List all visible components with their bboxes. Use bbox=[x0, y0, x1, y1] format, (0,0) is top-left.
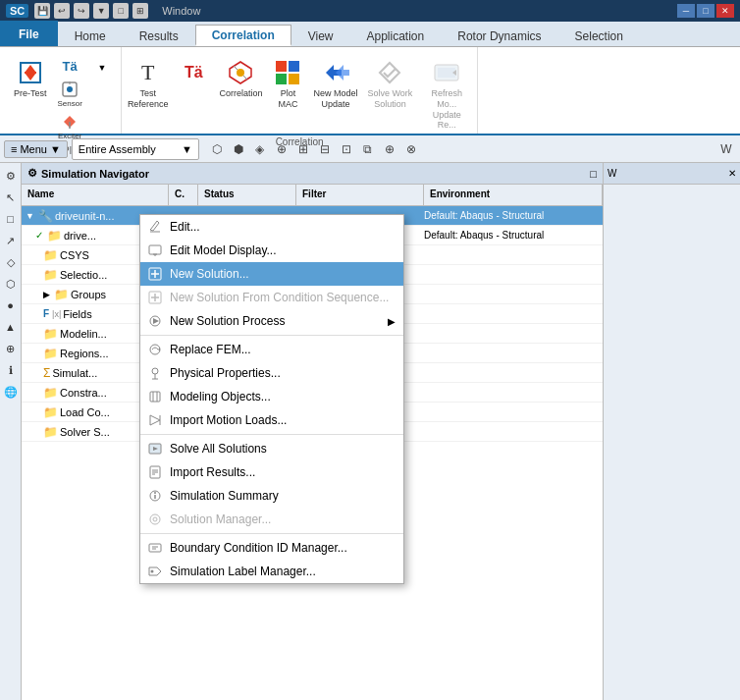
solve-work-solution-button[interactable]: Solve WorkSolution bbox=[363, 55, 416, 112]
col-environment: Environment bbox=[424, 185, 603, 205]
svg-point-54 bbox=[150, 514, 160, 524]
ctx-sim-label-manager-label: Simulation Label Manager... bbox=[170, 565, 396, 578]
minimize-button[interactable]: ─ bbox=[677, 4, 695, 18]
title-bar: SC 💾 ↩ ↪ ▼ □ ⊞ Window ─ □ ✕ bbox=[0, 0, 740, 22]
ctx-edit-model-display[interactable]: Edit Model Display... bbox=[140, 239, 403, 262]
ctx-edit[interactable]: Edit... bbox=[140, 215, 403, 239]
ctx-import-motion[interactable]: Import Motion Loads... bbox=[140, 408, 403, 432]
filter9-icon[interactable]: ⊕ bbox=[380, 139, 399, 159]
sidebar-solid-icon[interactable]: ● bbox=[2, 296, 20, 314]
sensor-button[interactable]: Sensor bbox=[55, 79, 85, 109]
pre-test-button[interactable]: Pre-Test bbox=[10, 55, 51, 101]
pre-test-label: Pre-Test bbox=[14, 88, 47, 99]
tab-results[interactable]: Results bbox=[123, 25, 195, 46]
expand-icon[interactable]: W bbox=[716, 139, 736, 159]
menu-button[interactable]: ≡ Menu ▼ bbox=[4, 140, 68, 158]
ta-button[interactable]: Tä bbox=[55, 55, 85, 77]
tab-rotor-dynamics[interactable]: Rotor Dynamics bbox=[441, 25, 557, 46]
menu-label: Menu bbox=[20, 143, 47, 155]
ta-correlation-button[interactable]: Tä bbox=[174, 55, 213, 90]
nav-columns: Name C. Status Filter Environment bbox=[22, 185, 603, 206]
sidebar-settings-icon[interactable]: ⚙ bbox=[2, 167, 20, 185]
ctx-modeling-objects[interactable]: Modeling Objects... bbox=[140, 385, 403, 408]
filter6-icon[interactable]: ⊟ bbox=[315, 139, 335, 159]
svg-point-55 bbox=[153, 517, 157, 521]
new-model-update-label: New ModelUpdate bbox=[313, 88, 357, 110]
customize-icon[interactable]: ▼ bbox=[93, 3, 109, 19]
ctx-new-solution-process-label: New Solution Process bbox=[170, 314, 382, 328]
svg-rect-15 bbox=[289, 74, 299, 84]
sidebar-select-icon[interactable]: □ bbox=[2, 210, 20, 228]
filter8-icon[interactable]: ⧉ bbox=[358, 139, 378, 159]
sidebar-cursor-icon[interactable]: ↖ bbox=[2, 188, 20, 206]
filter4-icon[interactable]: ⊕ bbox=[272, 139, 291, 159]
tab-selection[interactable]: Selection bbox=[558, 25, 640, 46]
svg-marker-36 bbox=[158, 348, 160, 351]
solution-manager-icon bbox=[146, 511, 164, 528]
col-c: C. bbox=[169, 185, 198, 205]
more1-button[interactable]: ▼ bbox=[89, 57, 115, 79]
filter1-icon[interactable]: ⬡ bbox=[207, 139, 227, 159]
ctx-sim-summary[interactable]: Simulation Summary bbox=[140, 484, 403, 508]
ctx-new-solution[interactable]: New Solution... bbox=[140, 262, 403, 286]
tab-home[interactable]: Home bbox=[58, 25, 123, 46]
title-bar-icons: 💾 ↩ ↪ ▼ □ ⊞ bbox=[34, 3, 148, 19]
menu-arrow-icon: ▼ bbox=[50, 143, 61, 155]
redo-icon[interactable]: ↪ bbox=[74, 3, 89, 19]
filter5-icon[interactable]: ⊞ bbox=[293, 139, 313, 159]
sidebar-mesh-icon[interactable]: ⬡ bbox=[2, 275, 20, 293]
ctx-solve-all-label: Solve All Solutions bbox=[170, 442, 396, 456]
new-model-update-button[interactable]: New ModelUpdate bbox=[309, 55, 361, 112]
layout-icon[interactable]: □ bbox=[113, 3, 129, 19]
sidebar-shape-icon[interactable]: ◇ bbox=[2, 253, 20, 271]
tab-file[interactable]: File bbox=[0, 21, 58, 46]
ctx-edit-model-label: Edit Model Display... bbox=[170, 243, 396, 257]
undo-icon[interactable]: ↩ bbox=[54, 3, 70, 19]
import-motion-icon bbox=[146, 411, 164, 429]
window-icon[interactable]: ⊞ bbox=[132, 3, 148, 19]
ctx-bc-id-manager[interactable]: Boundary Condition ID Manager... bbox=[140, 536, 403, 560]
filter3-icon[interactable]: ◈ bbox=[250, 139, 270, 159]
ctx-physical-properties[interactable]: Physical Properties... bbox=[140, 361, 403, 385]
tab-view[interactable]: View bbox=[291, 25, 350, 46]
ctx-import-results[interactable]: Import Results... bbox=[140, 460, 403, 484]
plot-mac-button[interactable]: PlotMAC bbox=[268, 55, 307, 112]
ribbon-group-pretest: Pre-Test Tä Sensor bbox=[4, 47, 122, 134]
main-area: ⚙ ↖ □ ↗ ◇ ⬡ ● ▲ ⊕ ℹ 🌐 ⚙ Simulation Navig… bbox=[0, 163, 740, 700]
filter2-icon[interactable]: ⬢ bbox=[229, 139, 248, 159]
ribbon-group-correlation: T TestReference Tä Correlation bbox=[122, 47, 478, 134]
close-button[interactable]: ✕ bbox=[716, 4, 734, 18]
ctx-solve-all[interactable]: Solve All Solutions bbox=[140, 437, 403, 460]
correlation-btn-label: Correlation bbox=[219, 88, 262, 99]
sidebar-info-icon[interactable]: ℹ bbox=[2, 361, 20, 379]
right-panel-close-icon[interactable]: ✕ bbox=[728, 168, 736, 179]
ctx-new-solution-process[interactable]: New Solution Process ▶ bbox=[140, 309, 403, 333]
sidebar-globe-icon[interactable]: 🌐 bbox=[2, 383, 20, 401]
tab-application[interactable]: Application bbox=[350, 25, 442, 46]
submenu-arrow-icon: ▶ bbox=[388, 316, 396, 327]
sidebar-arrow-icon[interactable]: ↗ bbox=[2, 232, 20, 249]
tab-correlation[interactable]: Correlation bbox=[195, 25, 291, 46]
correlation-button[interactable]: Correlation bbox=[215, 55, 266, 101]
restore-button[interactable]: □ bbox=[697, 4, 714, 18]
sidebar-add-icon[interactable]: ⊕ bbox=[2, 340, 20, 357]
context-menu: Edit... Edit Model Display... bbox=[139, 214, 404, 584]
save-icon[interactable]: 💾 bbox=[34, 3, 50, 19]
filter7-icon[interactable]: ⊡ bbox=[337, 139, 356, 159]
refresh-button[interactable]: Refresh Mo...Update Re... bbox=[418, 55, 475, 133]
nav-gear-icon[interactable]: ⚙ bbox=[27, 167, 37, 180]
exciter-button[interactable]: Exciter bbox=[55, 111, 85, 141]
window-controls: ─ □ ✕ bbox=[677, 4, 734, 18]
assembly-dropdown[interactable]: Entire Assembly ▼ bbox=[72, 138, 199, 160]
assembly-label: Entire Assembly bbox=[79, 143, 156, 155]
bc-id-manager-icon bbox=[146, 539, 164, 557]
ctx-replace-fem[interactable]: Replace FEM... bbox=[140, 338, 403, 361]
ctx-sim-label-manager[interactable]: Simulation Label Manager... bbox=[140, 560, 403, 583]
filter10-icon[interactable]: ⊗ bbox=[401, 139, 421, 159]
window-title[interactable]: Window bbox=[162, 5, 200, 17]
svg-marker-2 bbox=[25, 65, 36, 81]
test-reference-button[interactable]: T TestReference bbox=[124, 55, 173, 112]
col-filter: Filter bbox=[296, 185, 424, 205]
sidebar-sim-icon[interactable]: ▲ bbox=[2, 318, 20, 336]
nav-restore-icon[interactable]: □ bbox=[590, 168, 597, 180]
